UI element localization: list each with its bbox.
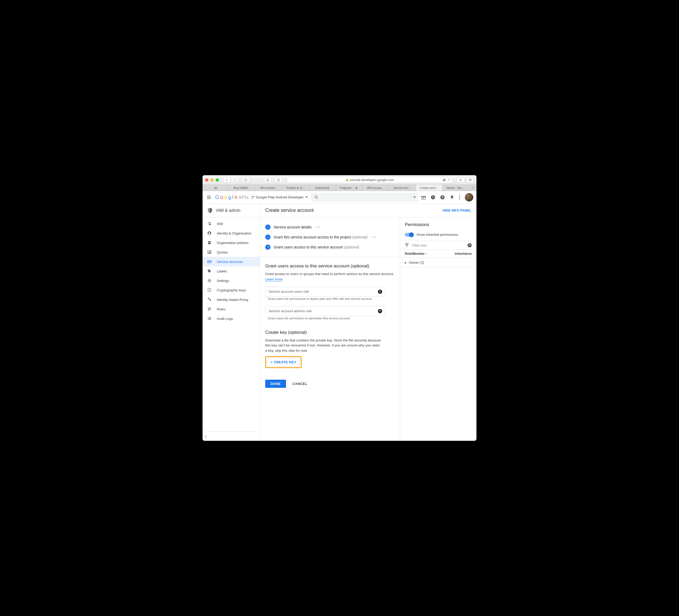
svg-rect-8 xyxy=(470,179,472,181)
sidebar-item-quotas[interactable]: Quotas xyxy=(202,247,260,257)
tabs-overview-button[interactable] xyxy=(466,177,474,183)
document-icon xyxy=(207,241,212,245)
browser-tab-strip: de Bug 59400:… API access… Publish to G…… xyxy=(202,185,477,191)
minimize-window-icon[interactable] xyxy=(211,178,214,182)
audio-icon[interactable]: 🔊 xyxy=(443,178,446,182)
browser-tab[interactable]: API access… xyxy=(256,185,282,191)
more-icon[interactable] xyxy=(459,195,460,199)
sidebar-header: IAM & admin xyxy=(202,204,260,217)
sidebar-item-crypto-keys[interactable]: Cryptographic keys xyxy=(202,285,260,295)
step-number-icon: 3 xyxy=(265,245,270,250)
help-icon[interactable]: ? xyxy=(467,243,472,247)
svg-rect-25 xyxy=(208,242,210,242)
help-icon[interactable]: ? xyxy=(378,289,382,294)
search-dropdown-icon[interactable] xyxy=(413,196,416,198)
svg-rect-30 xyxy=(209,252,209,253)
url-bar[interactable]: 🔒 console.developers.google.com 🔊↻ xyxy=(287,177,452,183)
sidebar-item-settings[interactable]: Settings xyxy=(202,276,260,285)
sidebar-item-policies[interactable]: Organisation policies xyxy=(202,238,260,247)
sidebar-item-audit-logs[interactable]: Audit Logs xyxy=(202,314,260,323)
inherited-permissions-toggle[interactable] xyxy=(405,233,413,237)
sidebar-toggle-button[interactable] xyxy=(242,177,250,183)
browser-tab[interactable]: Grammarly xyxy=(309,185,336,191)
svg-point-33 xyxy=(208,261,209,262)
sidebar-item-iam[interactable]: IAM xyxy=(202,219,260,228)
svg-rect-41 xyxy=(208,308,211,308)
person-add-icon xyxy=(207,222,212,226)
field-help-text: Grant users the permissions to deploy jo… xyxy=(268,297,394,300)
browser-tab[interactable]: Bug 59400:… xyxy=(229,185,256,191)
search-input[interactable] xyxy=(311,193,418,202)
reload-icon[interactable]: ↻ xyxy=(448,178,450,182)
svg-text:?: ? xyxy=(442,196,444,199)
cancel-button[interactable]: CANCEL xyxy=(292,382,308,386)
svg-rect-26 xyxy=(208,242,210,243)
browser-tab[interactable]: de xyxy=(202,185,229,191)
svg-rect-48 xyxy=(208,319,208,320)
browser-tab[interactable]: Service acc… xyxy=(389,185,416,191)
browser-tab[interactable]: Fragmen…🔊 xyxy=(336,185,362,191)
window-controls xyxy=(205,178,219,182)
sidebar-item-roles[interactable]: Roles xyxy=(202,304,260,314)
sidebar-item-iap[interactable]: Identity-Aware Proxy xyxy=(202,295,260,304)
help-icon[interactable]: ? xyxy=(440,195,445,200)
svg-line-10 xyxy=(317,197,318,199)
extension-button[interactable]: G xyxy=(264,177,271,183)
column-inheritance[interactable]: Inheritance xyxy=(455,252,472,255)
svg-point-35 xyxy=(208,270,209,271)
step-3[interactable]: 3 Grant users access to this service acc… xyxy=(265,242,394,252)
browser-tab[interactable]: API access… xyxy=(362,185,389,191)
browser-tab[interactable]: Publish to G… xyxy=(283,185,309,191)
browser-tab[interactable]: Stores · Sm… xyxy=(443,185,469,191)
help-icon[interactable]: ? xyxy=(378,309,382,313)
google-apis-logo[interactable]: Google APIs xyxy=(215,194,249,200)
filter-tree-input[interactable]: Filter tree xyxy=(412,243,427,247)
svg-rect-40 xyxy=(209,300,211,301)
svg-text:i: i xyxy=(278,179,279,181)
user-avatar[interactable] xyxy=(465,193,473,202)
users-role-input[interactable]: Service account users role ? xyxy=(265,287,385,297)
svg-point-19 xyxy=(459,197,460,198)
roles-icon xyxy=(207,307,212,311)
check-icon: ✓ xyxy=(265,224,270,230)
shield-icon xyxy=(207,208,213,213)
admins-role-input[interactable]: Service account admins role ? xyxy=(265,306,385,316)
learn-more-link[interactable]: Learn more xyxy=(265,277,283,281)
sidebar-item-labels[interactable]: Labels xyxy=(202,266,260,276)
stepper: ✓ Service account details ✓ Grant this s… xyxy=(265,220,394,257)
section-heading: Grant users access to this service accou… xyxy=(265,264,394,269)
toggle-label: Show inherited permissions xyxy=(416,233,458,237)
maximize-window-icon[interactable] xyxy=(216,178,219,182)
project-selector[interactable]: Google Play Android Developer xyxy=(252,195,308,199)
hide-info-panel-button[interactable]: HIDE INFO PANEL xyxy=(443,209,471,212)
sort-arrow-icon[interactable]: ↑ xyxy=(426,252,427,255)
share-button[interactable] xyxy=(457,177,464,183)
done-button[interactable]: DONE xyxy=(265,380,286,388)
create-key-button[interactable]: + CREATE KEY xyxy=(267,358,300,366)
step-2[interactable]: ✓ Grant this service account access to t… xyxy=(265,232,394,242)
forward-button[interactable] xyxy=(231,177,238,183)
notifications-icon[interactable] xyxy=(450,195,454,200)
proxy-icon xyxy=(207,298,212,302)
step-1[interactable]: ✓ Service account details xyxy=(265,222,394,232)
browser-tab[interactable]: Create servi… xyxy=(416,185,443,191)
info-button[interactable]: i xyxy=(275,177,282,183)
new-tab-button[interactable]: + xyxy=(469,185,477,191)
collapse-sidebar-button[interactable]: ⟨ xyxy=(202,431,260,441)
alert-icon[interactable]: ! xyxy=(431,195,435,200)
back-button[interactable] xyxy=(223,177,230,183)
filter-icon[interactable] xyxy=(405,243,409,247)
permissions-row-owner[interactable]: ▸ Owner (3) xyxy=(400,258,477,268)
close-window-icon[interactable] xyxy=(205,178,208,182)
column-role[interactable]: Role/Member xyxy=(405,252,425,255)
svg-rect-7 xyxy=(469,179,471,181)
gift-icon[interactable] xyxy=(421,195,426,200)
google-header: Google APIs Google Play Android Develope… xyxy=(202,191,477,204)
sidebar-item-identity[interactable]: Identity & Organisation xyxy=(202,228,260,238)
sidebar: IAM & admin IAM Identity & Organisation … xyxy=(202,204,260,441)
expand-arrow-icon[interactable]: ▸ xyxy=(405,260,407,265)
svg-rect-45 xyxy=(208,317,211,318)
sidebar-item-service-accounts[interactable]: Service accounts xyxy=(202,257,260,266)
svg-point-23 xyxy=(209,232,210,234)
hamburger-menu-icon[interactable] xyxy=(206,194,212,201)
